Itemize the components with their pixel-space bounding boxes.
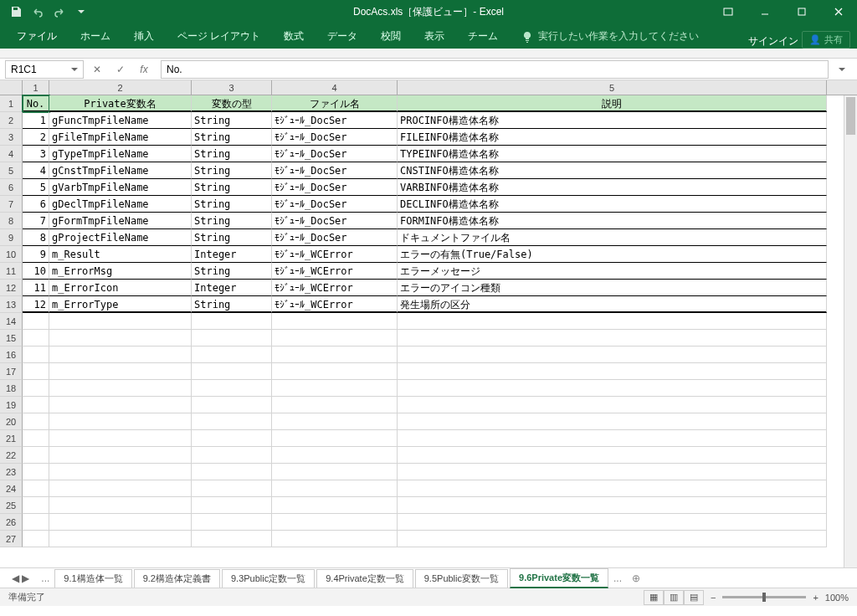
row-header[interactable]: 23 — [0, 464, 23, 480]
cell[interactable]: 発生場所の区分 — [398, 296, 827, 313]
formula-expand[interactable] — [832, 60, 852, 79]
cell[interactable]: エラーの有無(True/False) — [398, 246, 827, 263]
vertical-scrollbar[interactable] — [844, 95, 857, 567]
cell[interactable] — [192, 330, 272, 346]
worksheet-grid[interactable]: 1 2 3 4 5 1No.Private変数名変数の型ファイル名説明21gFu… — [0, 80, 857, 567]
view-pagebreak[interactable]: ▤ — [684, 590, 704, 605]
cell[interactable] — [23, 397, 49, 413]
cell[interactable] — [49, 447, 192, 464]
cell[interactable]: 8 — [23, 229, 49, 246]
cell[interactable]: Integer — [192, 280, 272, 296]
tab-formula[interactable]: 数式 — [272, 24, 316, 49]
cell[interactable]: String — [192, 196, 272, 213]
row-header[interactable]: 10 — [0, 246, 23, 263]
cell[interactable]: Integer — [192, 246, 272, 263]
tab-data[interactable]: データ — [316, 24, 369, 49]
row-header[interactable]: 5 — [0, 162, 23, 179]
tab-layout[interactable]: ページ レイアウト — [166, 24, 272, 49]
cell[interactable]: PROCINFO構造体名称 — [398, 112, 827, 129]
cell[interactable]: String — [192, 129, 272, 146]
cell[interactable] — [23, 363, 49, 380]
cell[interactable] — [192, 346, 272, 363]
cell[interactable]: ﾓｼﾞｭｰﾙ_DocSer — [272, 179, 398, 196]
cell[interactable] — [398, 497, 827, 514]
cell[interactable]: gTypeTmpFileName — [49, 146, 192, 162]
cell[interactable]: エラーのアイコン種類 — [398, 280, 827, 296]
cell[interactable]: ファイル名 — [272, 95, 398, 112]
cell[interactable] — [23, 447, 49, 464]
cell[interactable] — [49, 430, 192, 447]
cell[interactable] — [398, 346, 827, 363]
cell[interactable] — [192, 497, 272, 514]
share-button[interactable]: 👤共有 — [802, 31, 850, 49]
tab-file[interactable]: ファイル — [5, 24, 69, 49]
cell[interactable]: FORMINFO構造体名称 — [398, 213, 827, 229]
cell[interactable]: 2 — [23, 129, 49, 146]
cell[interactable]: String — [192, 146, 272, 162]
cell[interactable] — [49, 330, 192, 346]
row-header[interactable]: 26 — [0, 514, 23, 531]
row-header[interactable]: 9 — [0, 229, 23, 246]
cell[interactable] — [272, 397, 398, 413]
cancel-formula-button[interactable]: ✕ — [87, 60, 107, 79]
cell[interactable] — [23, 531, 49, 547]
cell[interactable]: FILEINFO構造体名称 — [398, 129, 827, 146]
cell[interactable] — [272, 514, 398, 531]
ribbon-options-button[interactable] — [710, 0, 747, 23]
view-pagelayout[interactable]: ▥ — [664, 590, 684, 605]
cell[interactable]: m_Result — [49, 246, 192, 263]
cell[interactable]: gFuncTmpFileName — [49, 112, 192, 129]
cell[interactable]: String — [192, 213, 272, 229]
cell[interactable] — [398, 464, 827, 480]
cell[interactable] — [23, 330, 49, 346]
cell[interactable]: ﾓｼﾞｭｰﾙ_DocSer — [272, 213, 398, 229]
formula-input[interactable]: No. — [161, 60, 829, 79]
row-header[interactable]: 20 — [0, 413, 23, 430]
cell[interactable]: ﾓｼﾞｭｰﾙ_DocSer — [272, 146, 398, 162]
row-header[interactable]: 7 — [0, 196, 23, 213]
cell[interactable] — [192, 447, 272, 464]
tab-insert[interactable]: 挿入 — [122, 24, 166, 49]
cell[interactable]: ﾓｼﾞｭｰﾙ_DocSer — [272, 129, 398, 146]
cell[interactable] — [49, 413, 192, 430]
cell[interactable] — [49, 346, 192, 363]
cell[interactable]: ﾓｼﾞｭｰﾙ_WCError — [272, 296, 398, 313]
cell[interactable]: No. — [23, 95, 49, 112]
cell[interactable] — [272, 480, 398, 497]
row-header[interactable]: 1 — [0, 95, 23, 112]
cell[interactable]: String — [192, 229, 272, 246]
row-header[interactable]: 18 — [0, 380, 23, 397]
sheet-tab-6[interactable]: 9.6Private変数一覧 — [510, 568, 608, 588]
cell[interactable] — [192, 464, 272, 480]
cell[interactable]: 12 — [23, 296, 49, 313]
col-header-1[interactable]: 1 — [23, 80, 49, 95]
cell[interactable] — [398, 480, 827, 497]
cell[interactable]: gDeclTmpFileName — [49, 196, 192, 213]
cell[interactable]: ﾓｼﾞｭｰﾙ_WCError — [272, 263, 398, 280]
cell[interactable] — [49, 464, 192, 480]
cell[interactable]: Private変数名 — [49, 95, 192, 112]
cell[interactable] — [272, 363, 398, 380]
cell[interactable] — [49, 313, 192, 330]
cell[interactable] — [398, 413, 827, 430]
cell[interactable]: m_ErrorMsg — [49, 263, 192, 280]
cell[interactable] — [398, 397, 827, 413]
cell[interactable] — [23, 430, 49, 447]
tab-team[interactable]: チーム — [456, 24, 510, 49]
cell[interactable]: 5 — [23, 179, 49, 196]
minimize-button[interactable] — [747, 0, 783, 23]
select-all[interactable] — [0, 80, 23, 95]
cell[interactable] — [49, 480, 192, 497]
zoom-in[interactable]: + — [813, 593, 818, 603]
cell[interactable]: gFormTmpFileName — [49, 213, 192, 229]
cell[interactable]: エラーメッセージ — [398, 263, 827, 280]
tab-review[interactable]: 校閲 — [369, 24, 413, 49]
cell[interactable] — [49, 497, 192, 514]
cell[interactable] — [192, 380, 272, 397]
row-header[interactable]: 3 — [0, 129, 23, 146]
col-header-2[interactable]: 2 — [49, 80, 192, 95]
row-header[interactable]: 16 — [0, 346, 23, 363]
cell[interactable]: gFileTmpFileName — [49, 129, 192, 146]
cell[interactable] — [272, 531, 398, 547]
row-header[interactable]: 19 — [0, 397, 23, 413]
